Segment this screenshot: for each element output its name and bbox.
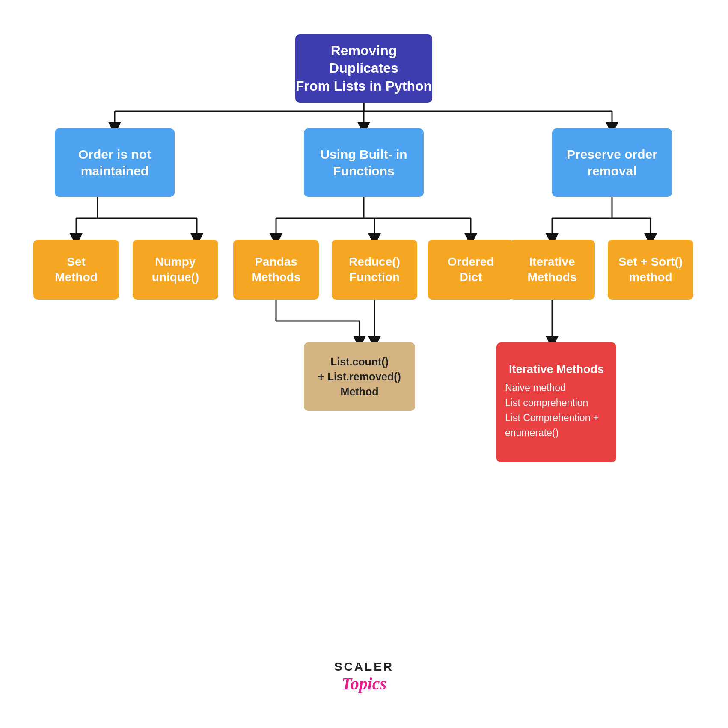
iterative-item-4: enumerate() — [505, 427, 559, 439]
root-node: Removing Duplicates From Lists in Python — [295, 34, 432, 103]
preserve-order-node: Preserve order removal — [552, 128, 672, 197]
numpy-unique-node: Numpy unique() — [133, 240, 218, 300]
set-sort-node: Set + Sort() method — [608, 240, 693, 300]
pandas-methods-node: Pandas Methods — [233, 240, 319, 300]
built-in-functions-node: Using Built- in Functions — [304, 128, 424, 197]
topics-label: Topics — [334, 674, 394, 694]
set-method-node: Set Method — [33, 240, 119, 300]
ordered-dict-node: Ordered Dict — [428, 240, 514, 300]
iterative-methods-orange-node: Iterative Methods — [509, 240, 595, 300]
iterative-methods-red-node: Iterative Methods Naive method List comp… — [496, 342, 616, 462]
scaler-logo: SCALER Topics — [334, 660, 394, 694]
scaler-label: SCALER — [334, 660, 394, 674]
order-not-maintained-node: Order is not maintained — [55, 128, 175, 197]
list-count-node: List.count() + List.removed() Method — [304, 342, 415, 411]
iterative-red-title: Iterative Methods — [505, 363, 608, 376]
iterative-item-1: Naive method — [505, 382, 566, 394]
iterative-item-2: List comprehention — [505, 397, 588, 409]
diagram-container: Removing Duplicates From Lists in Python… — [0, 0, 728, 728]
reduce-function-node: Reduce() Function — [332, 240, 417, 300]
iterative-item-3: List Comprehention + — [505, 412, 599, 424]
